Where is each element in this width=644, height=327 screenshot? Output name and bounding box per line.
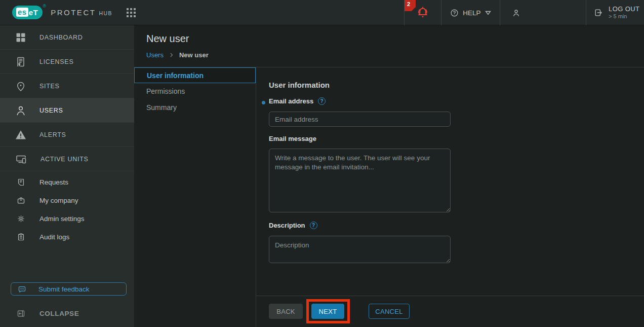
breadcrumb-users-link[interactable]: Users [146,51,164,59]
sidebar-item-dashboard[interactable]: DASHBOARD [0,25,134,50]
eset-logo-text-left: es [16,8,28,17]
feedback-bubble-icon [18,285,26,294]
notification-badge: 2 [405,0,416,11]
sidebar-item-sites[interactable]: SITES [0,74,134,98]
collapse-sidebar-button[interactable]: COLLAPSE [17,309,79,318]
description-label-row: Description ? [269,222,317,229]
user-icon [511,8,521,18]
page-header: New user Users New user [134,25,644,67]
eset-logo-text-right: eT [29,8,38,17]
email-label-row: Email address ? [269,97,326,105]
step-summary[interactable]: Summary [134,99,256,116]
step-permissions[interactable]: Permissions [134,83,256,99]
wizard-steps: User information Permissions Summary [134,67,256,116]
sidebar-item-label: Requests [39,178,68,186]
step-user-information[interactable]: User information [134,67,256,83]
email-message-label: Email message [269,135,316,142]
briefcase-icon [17,196,25,205]
sidebar-item-label: DASHBOARD [39,34,83,41]
account-menu[interactable] [500,0,586,25]
description-help-icon[interactable]: ? [310,222,317,229]
sidebar-item-label: Audit logs [39,233,69,241]
warning-triangle-icon [15,129,27,141]
help-label: HELP [463,9,480,17]
message-label-row: Email message [269,135,316,142]
sidebar-item-users[interactable]: USERS [0,98,134,123]
breadcrumb-current: New user [179,51,209,59]
eset-logo[interactable]: es eT ® PROTECT HUB [12,6,112,19]
sidebar-item-label: ACTIVE UNITS [41,156,89,163]
gear-icon [17,214,25,223]
page-title: New user [146,33,189,45]
sidebar-item-label: LICENSES [39,58,73,65]
collapse-label: COLLAPSE [39,310,79,317]
breadcrumb-chevron-icon [168,52,175,58]
description-label: Description [269,222,305,229]
logout-icon [593,8,603,18]
sidebar-item-active-units[interactable]: ACTIVE UNITS [0,147,134,171]
logout-label: LOG OUT [609,5,639,13]
breadcrumb: Users New user [146,51,209,59]
back-button[interactable]: BACK [269,304,303,319]
email-label: Email address [269,97,313,105]
sidebar-item-audit-logs[interactable]: Audit logs [0,228,134,246]
map-pin-icon [15,80,27,92]
sidebar-item-alerts[interactable]: ALERTS [0,123,134,147]
submit-feedback-button[interactable]: Submit feedback [11,282,127,296]
bell-icon [415,5,430,20]
logout-button[interactable]: LOG OUT > 5 min [586,0,644,25]
help-circle-icon [450,9,459,17]
eset-logo-pill: es eT ® [12,6,43,19]
wizard-footer: BACK NEXT CANCEL [256,296,644,327]
collapse-icon [17,309,25,318]
cancel-button[interactable]: CANCEL [369,304,410,319]
devices-icon [15,153,28,165]
email-help-icon[interactable]: ? [318,97,326,105]
sidebar-item-label: ALERTS [39,131,66,138]
required-indicator [262,101,265,104]
chevron-down-icon [485,11,491,15]
form-heading: User information [269,81,330,89]
dashboard-grid-icon [15,31,27,44]
sidebar-item-label: SITES [39,83,60,90]
help-menu[interactable]: HELP [441,0,500,25]
main-content: New user Users New user User information… [134,25,644,327]
license-certificate-icon [15,56,27,68]
request-note-icon [17,178,25,187]
product-name: PROTECT [51,8,96,17]
registered-mark: ® [43,4,47,9]
next-button[interactable]: NEXT [311,304,344,319]
email-input[interactable] [269,112,451,127]
sidebar-item-my-company[interactable]: My company [0,191,134,209]
submit-feedback-label: Submit feedback [38,285,90,293]
email-message-textarea[interactable] [269,149,451,212]
form-panel: User information Email address ? Email m… [256,67,644,327]
sidebar-item-label: USERS [39,107,63,114]
sidebar-item-licenses[interactable]: LICENSES [0,50,134,74]
product-suffix: HUB [99,9,112,16]
app-launcher-icon[interactable] [127,8,136,17]
sidebar-item-label: My company [39,197,78,204]
sidebar-item-requests[interactable]: Requests [0,173,134,191]
description-textarea[interactable] [269,236,451,263]
top-bar: es eT ® PROTECT HUB 2 [0,0,644,25]
person-icon [15,104,27,117]
sidebar-item-label: Admin settings [39,215,85,223]
clipboard-icon [17,233,25,241]
sidebar-item-admin-settings[interactable]: Admin settings [0,209,134,228]
session-timeout-text: > 5 min [609,13,639,20]
sidebar: DASHBOARD LICENSES SITES U [0,25,134,327]
notifications-button[interactable]: 2 [404,0,441,25]
